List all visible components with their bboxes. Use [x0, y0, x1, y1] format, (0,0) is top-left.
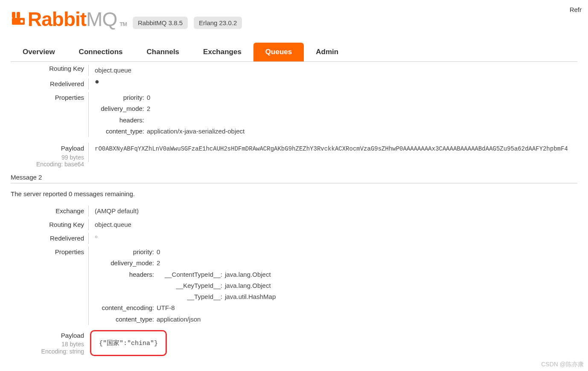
prop2-priority-v: 0	[157, 246, 276, 258]
svg-rect-1	[17, 12, 20, 18]
payload-value-cell-2: {"国家":"china"}	[88, 330, 577, 357]
header-keytypeid-v: java.lang.Object	[225, 280, 276, 291]
tab-connections[interactable]: Connections	[67, 43, 135, 61]
properties-value-2: priority: 0 delivery_mode: 2 headers: __…	[88, 246, 577, 325]
prop-headers-k: headers:	[95, 115, 147, 126]
logo-text-rabbit: Rabbit	[28, 8, 86, 31]
payload-label-block-2: Payload 18 bytes Encoding: string	[11, 330, 88, 355]
prop2-headers-v: __ContentTypeId__: java.lang.Object __Ke…	[157, 269, 276, 303]
header-typeid-k: __TypeId__:	[157, 291, 225, 302]
header-contenttypeid-v: java.lang.Object	[225, 269, 276, 280]
svg-point-3	[20, 20, 23, 23]
prop-priority-v: 0	[147, 92, 245, 103]
tab-exchanges[interactable]: Exchanges	[191, 43, 253, 61]
svg-rect-0	[12, 12, 15, 18]
rabbitmq-logo: Rabbit MQ TM	[11, 8, 127, 31]
payload-value: rO0ABXNyABFqYXZhLnV0aWwuSGFzaE1hcAUH2sHD…	[95, 145, 568, 152]
prop2-delivery-mode-k: delivery_mode:	[95, 258, 157, 269]
exchange-label: Exchange	[11, 206, 88, 217]
prop2-priority-k: priority:	[95, 246, 157, 258]
redelivered-label-2: Redelivered	[11, 233, 88, 244]
logo-tm: TM	[119, 21, 127, 27]
properties-label: Properties	[11, 92, 88, 103]
tab-queues[interactable]: Queues	[253, 43, 304, 61]
prop-priority-k: priority:	[95, 92, 147, 103]
exchange-value: (AMQP default)	[88, 206, 577, 217]
erlang-badge: Erlang 23.0.2	[194, 17, 242, 29]
refresh-link[interactable]: Refr	[570, 6, 582, 13]
prop2-delivery-mode-v: 2	[157, 258, 276, 269]
prop2-content-type-k: content_type:	[95, 314, 157, 325]
prop2-content-type-v: application/json	[157, 314, 276, 325]
routing-key-label: Routing Key	[11, 63, 88, 74]
payload-encoding: Encoding: base64	[11, 161, 84, 168]
header-keytypeid-k: __KeyTypeId__:	[157, 280, 225, 291]
version-badge: RabbitMQ 3.8.5	[133, 17, 188, 29]
redelivered-label: Redelivered	[11, 78, 88, 90]
routing-key-value: object.queue	[88, 65, 577, 76]
message-1-section: Routing Key object.queue Redelivered ● P…	[11, 64, 577, 169]
message-2-section: Exchange (AMQP default) Routing Key obje…	[11, 204, 577, 357]
payload-label: Payload	[11, 143, 84, 154]
tab-channels[interactable]: Channels	[135, 43, 192, 61]
header-typeid-v: java.util.HashMap	[225, 291, 276, 302]
payload-value-2: {"国家":"china"}	[99, 340, 158, 347]
prop-delivery-mode-k: delivery_mode:	[95, 103, 147, 114]
prop2-headers-k: headers:	[95, 269, 157, 303]
rabbitmq-icon	[11, 11, 26, 26]
prop-content-type-k: content_type:	[95, 126, 147, 137]
prop-headers-v	[147, 115, 245, 126]
logo-text-mq: MQ	[86, 8, 117, 31]
tab-admin[interactable]: Admin	[304, 43, 350, 61]
page-header: Rabbit MQ TM RabbitMQ 3.8.5 Erlang 23.0.…	[11, 0, 577, 35]
watermark: CSDN @陈亦康	[541, 361, 584, 368]
prop2-content-encoding-k: content_encoding:	[95, 302, 157, 313]
routing-key-value-2: object.queue	[88, 219, 577, 230]
properties-value: priority: 0 delivery_mode: 2 headers: co…	[88, 92, 577, 137]
payload-value-cell: rO0ABXNyABFqYXZhLnV0aWwuSGFzaE1hcAUH2sHD…	[88, 143, 577, 162]
payload-bytes-2: 18 bytes	[11, 341, 84, 348]
properties-label-2: Properties	[11, 246, 88, 258]
prop-content-type-v: application/x-java-serialized-object	[147, 126, 245, 137]
payload-label-block: Payload 99 bytes Encoding: base64	[11, 143, 88, 168]
prop2-content-encoding-v: UTF-8	[157, 302, 276, 313]
payload-highlight-box: {"国家":"china"}	[90, 330, 167, 357]
header-contenttypeid-k: __ContentTypeId__:	[157, 269, 225, 280]
server-remaining-text: The server reported 0 messages remaining…	[11, 190, 577, 197]
main-nav: Overview Connections Channels Exchanges …	[11, 43, 577, 62]
message-2-divider: Message 2	[11, 169, 577, 183]
payload-bytes: 99 bytes	[11, 154, 84, 161]
redelivered-value-2: ○	[88, 233, 577, 244]
payload-encoding-2: Encoding: string	[11, 348, 84, 355]
redelivered-value: ●	[88, 78, 577, 90]
prop-delivery-mode-v: 2	[147, 103, 245, 114]
tab-overview[interactable]: Overview	[11, 43, 67, 61]
payload-label-2: Payload	[11, 330, 84, 341]
routing-key-label-2: Routing Key	[11, 219, 88, 230]
